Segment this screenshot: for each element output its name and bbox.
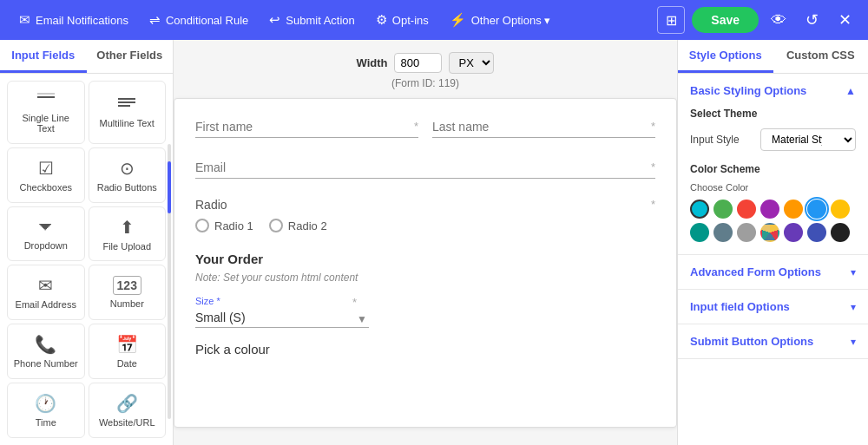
nav-item-submit-action[interactable]: ↩ Submit Action [260, 7, 364, 33]
radio-option-1[interactable]: Radio 1 [195, 219, 253, 232]
last-name-input[interactable] [432, 116, 655, 138]
nav-item-email-notifications[interactable]: ✉ Email Notifications [10, 7, 137, 33]
panel-tabs: Style Options Custom CSS [678, 40, 868, 74]
input-style-select[interactable]: Material Style Classic Style Modern Styl… [760, 128, 856, 151]
radio-buttons-icon: ⊙ [120, 158, 135, 179]
nav-actions: ⊞ Save 👁 ↺ ✕ [657, 6, 858, 34]
date-icon: 📅 [116, 334, 138, 355]
submit-action-icon: ↩ [269, 12, 280, 28]
nav-item-opt-ins[interactable]: ⚙ Opt-ins [367, 7, 437, 33]
layout-icon-button[interactable]: ⊞ [657, 6, 685, 34]
field-time[interactable]: 🕐 Time [7, 383, 85, 438]
radio-required-star: * [651, 198, 655, 211]
custom-html-note: Note: Set your custom html content [195, 272, 655, 284]
color-dot-teal[interactable] [690, 223, 709, 242]
color-dot-gray[interactable] [737, 223, 756, 242]
radio-option-2[interactable]: Radio 2 [269, 219, 327, 232]
nav-label-email: Email Notifications [36, 14, 128, 27]
submit-button-chevron: ▾ [851, 336, 856, 348]
color-dot-indigo[interactable] [807, 223, 826, 242]
svg-rect-2 [118, 98, 135, 100]
first-name-required: * [414, 120, 418, 133]
field-radio-buttons[interactable]: ⊙ Radio Buttons [89, 147, 167, 203]
field-phone-number[interactable]: 📞 Phone Number [7, 324, 85, 379]
tab-input-fields[interactable]: Input Fields [0, 40, 87, 73]
field-date[interactable]: 📅 Date [89, 324, 167, 379]
last-name-field: * [432, 116, 655, 138]
tab-style-options[interactable]: Style Options [678, 40, 773, 73]
field-single-line-text[interactable]: Single Line Text [7, 81, 85, 144]
size-field-label: Size * [195, 296, 369, 306]
your-order-title: Your Order [195, 252, 655, 266]
size-select[interactable]: Small (S) Medium (M) Large (L) [195, 308, 369, 328]
section-advanced-form: Advanced Form Options ▾ [678, 255, 868, 290]
color-dot-cyan[interactable] [690, 200, 709, 219]
email-input[interactable] [195, 157, 655, 179]
field-email-address[interactable]: ✉ Email Address [7, 265, 85, 320]
main-layout: Input Fields Other Fields Single Line Te… [0, 40, 868, 445]
basic-styling-title: Basic Styling Options [690, 84, 806, 97]
first-name-field: * [195, 116, 418, 138]
color-dot-blue-selected[interactable] [807, 200, 826, 219]
dropdown-icon: ⏷ [37, 217, 55, 237]
advanced-form-title: Advanced Form Options [690, 265, 821, 278]
input-style-label: Input Style [690, 134, 740, 146]
color-dot-multi[interactable] [760, 223, 779, 242]
advanced-form-header[interactable]: Advanced Form Options ▾ [678, 255, 868, 289]
color-dot-green[interactable] [713, 200, 733, 219]
sidebar-field-grid: Single Line Text Multiline Text ☑ Checkb… [0, 74, 173, 445]
color-dot-deep-purple[interactable] [784, 223, 803, 242]
basic-styling-chevron: ▲ [845, 85, 856, 97]
pick-colour-label: Pick a colour [195, 342, 655, 357]
svg-rect-4 [118, 105, 130, 107]
select-theme-label: Select Theme [690, 108, 856, 120]
radio-circle-2 [269, 219, 283, 232]
width-unit-select[interactable]: PX % [449, 52, 494, 74]
save-button[interactable]: Save [692, 7, 759, 33]
radio-circle-1 [195, 219, 209, 232]
width-input[interactable] [394, 53, 442, 73]
field-checkboxes[interactable]: ☑ Checkboxes [7, 147, 85, 203]
radio-section: Radio * Radio 1 Radio 2 [195, 198, 655, 232]
color-dot-purple[interactable] [760, 200, 779, 219]
number-icon: 123 [113, 276, 141, 295]
conditional-icon: ⇌ [149, 12, 161, 28]
field-multiline-text[interactable]: Multiline Text [89, 81, 167, 144]
width-label: Width [357, 56, 388, 69]
tab-custom-css[interactable]: Custom CSS [773, 40, 869, 73]
color-dot-grid [690, 200, 856, 242]
advanced-form-chevron: ▾ [851, 266, 856, 278]
field-dropdown[interactable]: ⏷ Dropdown [7, 206, 85, 262]
nav-item-conditional-rule[interactable]: ⇌ Conditional Rule [141, 7, 257, 33]
input-field-title: Input field Options [690, 300, 790, 313]
form-canvas: * * * Radio * Radio 1 [174, 98, 677, 428]
nav-label-other: Other Options ▾ [471, 14, 551, 27]
color-scheme-label: Color Scheme [690, 163, 856, 175]
nav-item-other-options[interactable]: ⚡ Other Options ▾ [441, 7, 560, 33]
first-name-input[interactable] [195, 116, 418, 138]
svg-rect-3 [118, 101, 135, 103]
color-dot-orange[interactable] [784, 200, 803, 219]
website-url-icon: 🔗 [116, 393, 138, 414]
email-icon: ✉ [19, 12, 30, 28]
file-upload-icon: ⬆ [120, 217, 135, 238]
field-website-url[interactable]: 🔗 Website/URL [89, 383, 167, 438]
submit-button-header[interactable]: Submit Button Options ▾ [678, 324, 868, 358]
email-address-icon: ✉ [38, 275, 53, 296]
color-dot-black[interactable] [831, 223, 850, 242]
opt-ins-icon: ⚙ [376, 12, 387, 28]
tab-other-fields[interactable]: Other Fields [87, 40, 174, 73]
color-dot-bluegray[interactable] [713, 223, 733, 242]
close-icon-button[interactable]: ✕ [832, 7, 858, 33]
field-number[interactable]: 123 Number [89, 265, 167, 320]
basic-styling-header[interactable]: Basic Styling Options ▲ [678, 74, 868, 108]
basic-styling-body: Select Theme Input Style Material Style … [678, 108, 868, 254]
refresh-icon-button[interactable]: ↺ [799, 7, 825, 33]
field-file-upload[interactable]: ⬆ File Upload [89, 206, 167, 262]
form-id: (Form ID: 119) [391, 77, 459, 89]
color-dot-yellow[interactable] [831, 200, 850, 219]
email-row: * [195, 157, 655, 179]
color-dot-red[interactable] [737, 200, 756, 219]
input-field-header[interactable]: Input field Options ▾ [678, 290, 868, 324]
eye-icon-button[interactable]: 👁 [766, 7, 792, 33]
